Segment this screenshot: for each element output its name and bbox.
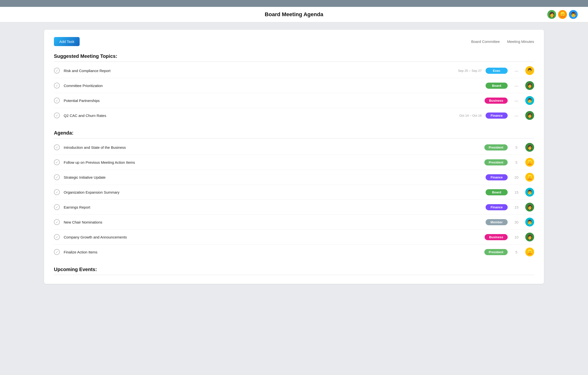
item-minutes: 30: [512, 220, 521, 224]
check-icon[interactable]: ✓: [54, 204, 60, 210]
list-item[interactable]: ✓Finalize Action ItemsPresident5👱: [54, 245, 534, 259]
check-icon[interactable]: ✓: [54, 219, 60, 225]
list-item[interactable]: ✓Introduction and State of the BusinessP…: [54, 140, 534, 155]
item-minutes: —: [512, 69, 521, 73]
agenda-section-title: Agenda:: [54, 130, 534, 138]
item-badge: Exec: [486, 68, 508, 74]
add-task-button[interactable]: Add Task: [54, 37, 80, 46]
check-icon[interactable]: ✓: [54, 98, 60, 103]
check-icon[interactable]: ✓: [54, 144, 60, 150]
item-minutes: 5: [512, 145, 521, 150]
item-label: Q2 CAC and Churn Rates: [64, 113, 446, 118]
item-badge: Member: [486, 219, 508, 225]
check-icon[interactable]: ✓: [54, 68, 60, 74]
list-item[interactable]: ✓Risk and Compliance ReportSep 25 – Sep …: [54, 63, 534, 78]
item-avatar: 👩: [525, 233, 534, 241]
item-label: Follow up on Previous Meeting Action Ite…: [64, 160, 445, 164]
item-label: Finalize Action Items: [64, 250, 445, 254]
main-card: Add Task Board Committee Meeting Minutes…: [44, 30, 544, 284]
item-badge: Business: [485, 234, 508, 240]
item-minutes: 20: [512, 175, 521, 179]
item-minutes: 5: [512, 160, 521, 164]
list-item[interactable]: ✓Company Growth and AnnouncementsBusines…: [54, 230, 534, 245]
avatar-2[interactable]: 👱: [558, 10, 567, 19]
main-content: Add Task Board Committee Meeting Minutes…: [0, 22, 588, 291]
item-avatar: 👩: [525, 143, 534, 152]
item-badge: Business: [485, 98, 508, 104]
check-icon[interactable]: ✓: [54, 112, 60, 118]
check-icon[interactable]: ✓: [54, 174, 60, 180]
check-icon[interactable]: ✓: [54, 189, 60, 195]
item-date: Sep 25 – Sep 27: [450, 69, 482, 73]
suggested-section-title: Suggested Meeting Topics:: [54, 53, 534, 62]
item-avatar: 👨: [525, 188, 534, 197]
item-avatar: 👱: [525, 248, 534, 256]
check-icon[interactable]: ✓: [54, 83, 60, 88]
list-item[interactable]: ✓Earnings ReportFinance15👩: [54, 200, 534, 215]
list-item[interactable]: ✓Committee PrioritizationBoard—👩: [54, 78, 534, 93]
item-label: Potential Partnerships: [64, 99, 445, 103]
item-avatar: 👩: [525, 203, 534, 212]
item-label: Earnings Report: [64, 205, 446, 209]
item-badge: President: [484, 249, 508, 255]
item-minutes: 5: [512, 250, 521, 254]
board-committee-link[interactable]: Board Committee: [471, 39, 500, 44]
item-minutes: 15: [512, 190, 521, 194]
item-minutes: —: [512, 113, 521, 118]
list-item[interactable]: ✓New Chair NominationsMember30👨: [54, 215, 534, 230]
toolbar-links: Board Committee Meeting Minutes: [471, 39, 534, 44]
item-avatar: 👨: [525, 96, 534, 105]
check-icon[interactable]: ✓: [54, 234, 60, 240]
top-bar: [0, 0, 588, 7]
item-label: Strategic Initiative Update: [64, 175, 446, 179]
avatar-1[interactable]: 👩: [547, 10, 557, 19]
item-badge: Board: [486, 83, 508, 89]
list-item[interactable]: ✓Q2 CAC and Churn RatesOct 14 – Oct 16Fi…: [54, 108, 534, 123]
item-badge: Finance: [486, 204, 508, 210]
item-label: New Chair Nominations: [64, 220, 446, 224]
item-date: Oct 14 – Oct 16: [450, 114, 482, 117]
page-title: Board Meeting Agenda: [265, 11, 323, 17]
suggested-section: Suggested Meeting Topics: ✓Risk and Comp…: [54, 53, 534, 123]
item-label: Risk and Compliance Report: [64, 69, 446, 73]
agenda-section: Agenda: ✓Introduction and State of the B…: [54, 130, 534, 259]
list-item[interactable]: ✓Follow up on Previous Meeting Action It…: [54, 155, 534, 170]
item-label: Company Growth and Announcements: [64, 235, 445, 239]
item-minutes: —: [512, 99, 521, 103]
item-badge: Finance: [486, 174, 508, 180]
item-label: Committee Prioritization: [64, 84, 446, 88]
meeting-minutes-link[interactable]: Meeting Minutes: [507, 39, 534, 44]
item-label: Organization Expansion Summary: [64, 190, 446, 194]
item-badge: Board: [486, 189, 508, 195]
item-label: Introduction and State of the Business: [64, 145, 445, 150]
item-badge: President: [484, 159, 508, 165]
item-avatar: 👩: [525, 81, 534, 90]
item-badge: President: [484, 144, 508, 150]
item-minutes: 10: [512, 235, 521, 239]
item-minutes: 15: [512, 205, 521, 209]
check-icon[interactable]: ✓: [54, 159, 60, 165]
list-item[interactable]: ✓Strategic Initiative UpdateFinance20👱: [54, 170, 534, 185]
item-minutes: —: [512, 84, 521, 88]
check-icon[interactable]: ✓: [54, 249, 60, 255]
list-item[interactable]: ✓Organization Expansion SummaryBoard15👨: [54, 185, 534, 200]
header: Board Meeting Agenda 👩 👱 👨: [0, 7, 588, 22]
item-badge: Finance: [486, 112, 508, 119]
item-avatar: 👱: [525, 173, 534, 182]
suggested-list: ✓Risk and Compliance ReportSep 25 – Sep …: [54, 63, 534, 123]
header-avatars: 👩 👱 👨: [547, 10, 578, 19]
agenda-list: ✓Introduction and State of the BusinessP…: [54, 140, 534, 259]
item-avatar: 👨: [525, 66, 534, 75]
item-avatar: 👩: [525, 111, 534, 120]
list-item[interactable]: ✓Potential PartnershipsBusiness—👨: [54, 93, 534, 108]
upcoming-section: Upcoming Events:: [54, 267, 534, 275]
item-avatar: 👱: [525, 158, 534, 167]
item-avatar: 👨: [525, 218, 534, 226]
card-toolbar: Add Task Board Committee Meeting Minutes: [54, 37, 534, 46]
upcoming-section-title: Upcoming Events:: [54, 267, 534, 275]
avatar-3[interactable]: 👨: [568, 10, 578, 19]
